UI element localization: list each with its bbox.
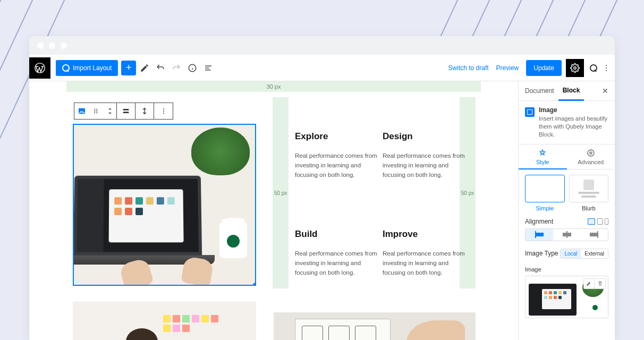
- alignment-label: Alignment: [525, 218, 553, 225]
- svg-point-24: [163, 113, 164, 114]
- layout-options: Simple Blurb: [525, 175, 608, 211]
- image-type-external[interactable]: External: [581, 249, 608, 258]
- svg-point-13: [94, 109, 95, 110]
- info-icon[interactable]: [185, 61, 200, 75]
- import-layout-button[interactable]: Import Layout: [56, 60, 118, 76]
- undo-icon[interactable]: [153, 61, 168, 75]
- svg-point-8: [606, 65, 607, 66]
- subtab-advanced-label: Advanced: [578, 159, 604, 165]
- block-desc: Insert images and beautify them with Qub…: [539, 115, 608, 139]
- block-type-image-icon[interactable]: [74, 103, 89, 119]
- spacer-column-1[interactable]: 50 px: [273, 97, 289, 288]
- svg-point-23: [163, 110, 164, 112]
- feature-body: Real performance comes from investing in…: [295, 249, 380, 277]
- feature-title: Improve: [383, 229, 468, 240]
- import-layout-label: Import Layout: [73, 64, 112, 72]
- feature-explore[interactable]: Explore Real performance comes from inve…: [295, 131, 380, 180]
- tab-document[interactable]: Document: [521, 82, 558, 100]
- layout-blurb[interactable]: Blurb: [569, 175, 609, 211]
- image-edit-icon[interactable]: [584, 279, 595, 288]
- window-max-dot[interactable]: [61, 42, 67, 49]
- svg-point-9: [606, 67, 607, 68]
- image-block-stickies[interactable]: [73, 302, 256, 340]
- svg-point-26: [588, 150, 594, 156]
- device-desktop-icon[interactable]: [588, 218, 595, 225]
- browser-window: Import Layout + Switch to draft Preview …: [29, 36, 615, 340]
- device-tablet-icon[interactable]: [597, 218, 603, 225]
- block-height-icon[interactable]: [135, 103, 154, 119]
- image-preview[interactable]: [525, 276, 608, 318]
- editor-toolbar: Import Layout + Switch to draft Preview …: [29, 55, 615, 81]
- image-delete-icon[interactable]: [595, 279, 605, 288]
- image-block-wireframe[interactable]: [274, 312, 476, 340]
- image-type-local[interactable]: Local: [561, 249, 581, 258]
- close-sidebar-icon[interactable]: ✕: [598, 82, 613, 99]
- window-close-dot[interactable]: [37, 42, 44, 49]
- browser-chrome: [29, 36, 615, 55]
- update-button[interactable]: Update: [526, 60, 562, 76]
- svg-point-7: [574, 66, 577, 69]
- responsive-device-toggle: [588, 218, 608, 225]
- svg-point-15: [94, 112, 95, 113]
- block-drag-updown-icon[interactable]: [103, 103, 117, 119]
- subtab-style-label: Style: [536, 159, 549, 165]
- subtab-advanced[interactable]: Advanced: [567, 144, 615, 169]
- device-mobile-icon[interactable]: [605, 218, 608, 225]
- feature-body: Real performance comes from investing in…: [383, 249, 468, 277]
- svg-point-25: [590, 152, 592, 154]
- window-min-dot[interactable]: [49, 42, 55, 49]
- sidebar-tabs: Document Block ✕: [519, 81, 615, 101]
- wordpress-logo-icon[interactable]: [29, 57, 50, 79]
- block-name: Image: [539, 106, 608, 114]
- feature-improve[interactable]: Improve Real performance comes from inve…: [383, 229, 468, 277]
- svg-point-18: [96, 112, 97, 113]
- block-more-icon[interactable]: [154, 103, 173, 119]
- editor-canvas[interactable]: 30 px 50 px 50 px: [29, 81, 518, 340]
- image-preview-section: Image: [525, 266, 608, 318]
- layout-simple-label: Simple: [536, 205, 554, 211]
- switch-draft-link[interactable]: Switch to draft: [448, 64, 489, 72]
- layout-blurb-label: Blurb: [582, 205, 596, 211]
- edit-icon[interactable]: [137, 61, 152, 75]
- svg-point-17: [96, 110, 97, 112]
- redo-icon[interactable]: [169, 61, 184, 75]
- svg-rect-19: [123, 109, 129, 110]
- block-move-icon[interactable]: [89, 103, 103, 119]
- feature-title: Explore: [295, 131, 380, 142]
- settings-button[interactable]: [566, 59, 584, 77]
- qubely-tool-icon[interactable]: [586, 61, 601, 75]
- add-block-button[interactable]: +: [121, 61, 136, 75]
- align-center-button[interactable]: [553, 229, 581, 241]
- resize-handle[interactable]: [253, 283, 256, 286]
- preview-link[interactable]: Preview: [496, 64, 519, 72]
- subtab-style[interactable]: Style: [519, 144, 567, 169]
- alignment-buttons: [525, 228, 608, 241]
- inspector-sidebar: Document Block ✕ Image Insert images and…: [518, 81, 615, 340]
- svg-point-22: [163, 108, 164, 109]
- qubely-icon: [62, 64, 70, 72]
- selected-image-block[interactable]: [73, 124, 256, 286]
- layout-simple[interactable]: Simple: [525, 175, 565, 211]
- outline-icon[interactable]: [201, 61, 216, 75]
- image-type-toggle: Local External: [560, 249, 608, 259]
- feature-design[interactable]: Design Real performance comes from inves…: [383, 131, 468, 180]
- block-toolbar: [74, 103, 173, 120]
- feature-body: Real performance comes from investing in…: [383, 151, 468, 180]
- spacer-top[interactable]: 30 px: [66, 81, 481, 92]
- image-block-icon: [525, 107, 535, 117]
- block-subtabs: Style Advanced: [519, 144, 615, 169]
- image-type-label: Image Type: [525, 250, 558, 257]
- feature-body: Real performance comes from investing in…: [295, 151, 380, 180]
- svg-point-14: [94, 110, 95, 112]
- align-right-button[interactable]: [580, 229, 608, 241]
- block-info: Image Insert images and beautify them wi…: [519, 101, 615, 144]
- image-placeholder: [74, 125, 255, 285]
- feature-title: Build: [295, 229, 380, 240]
- image-field-label: Image: [525, 266, 608, 273]
- align-left-button[interactable]: [526, 229, 553, 241]
- more-options-icon[interactable]: [601, 59, 612, 77]
- feature-build[interactable]: Build Real performance comes from invest…: [295, 229, 380, 277]
- block-align-icon[interactable]: [117, 103, 135, 119]
- tab-block[interactable]: Block: [558, 81, 584, 101]
- feature-title: Design: [383, 131, 468, 142]
